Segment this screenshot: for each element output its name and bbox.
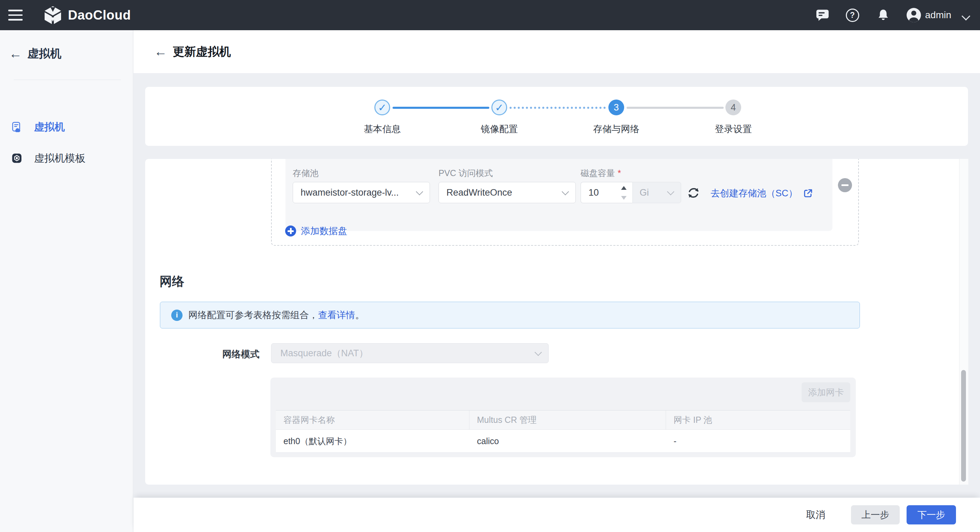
nic-card: 添加网卡 容器网卡名称 Multus CR 管理 网卡 IP 池 eth0（默认… bbox=[270, 377, 856, 457]
user-menu[interactable]: admin bbox=[925, 0, 951, 30]
network-mode-select: Masquerade（NAT） bbox=[271, 343, 549, 363]
sidebar-item-label: 虚拟机模板 bbox=[34, 148, 86, 168]
network-mode-value: Masquerade（NAT） bbox=[280, 347, 368, 359]
notice-suffix: 。 bbox=[355, 309, 364, 321]
pvc-access-mode-label: PVC 访问模式 bbox=[439, 167, 493, 179]
content-area: 存储池 PVC 访问模式 磁盘容量* hwameistor-storage-lv… bbox=[145, 159, 968, 485]
add-data-disk-label: 添加数据盘 bbox=[301, 225, 347, 237]
app-root: DaoCloud ? bbox=[0, 0, 980, 532]
step-label: 基本信息 bbox=[338, 123, 427, 135]
step-image-config[interactable]: ✓ 镜像配置 bbox=[455, 87, 544, 135]
nic-table: 容器网卡名称 Multus CR 管理 网卡 IP 池 eth0（默认网卡） c… bbox=[276, 410, 850, 453]
chevron-down-icon bbox=[562, 188, 569, 195]
refresh-icon[interactable] bbox=[687, 186, 700, 200]
scrollbar-thumb[interactable] bbox=[961, 370, 966, 481]
sidebar-item-vm-template[interactable]: 虚拟机模板 bbox=[0, 148, 133, 168]
add-data-disk-button[interactable]: 添加数据盘 bbox=[285, 225, 347, 237]
pvc-access-mode-select[interactable]: ReadWriteOnce bbox=[439, 182, 576, 203]
column-header: Multus CR 管理 bbox=[469, 411, 666, 429]
avatar-icon[interactable] bbox=[905, 0, 922, 30]
next-step-button[interactable]: 下一步 bbox=[907, 505, 956, 524]
notice-text: 网络配置可参考表格按需组合， bbox=[188, 309, 318, 321]
prev-step-button[interactable]: 上一步 bbox=[851, 505, 900, 524]
sidebar-back-arrow-icon[interactable]: ← bbox=[9, 46, 22, 61]
chevron-down-icon bbox=[667, 188, 674, 195]
table-row: eth0（默认网卡） calico - bbox=[276, 430, 850, 453]
create-storage-pool-label: 去创建存储池（SC） bbox=[711, 187, 798, 199]
menu-icon[interactable] bbox=[8, 10, 23, 21]
network-mode-label: 网络模式 bbox=[145, 348, 259, 360]
cancel-button[interactable]: 取消 bbox=[806, 498, 825, 532]
cube-logo-icon[interactable] bbox=[43, 5, 62, 25]
step-storage-network[interactable]: 3 存储与网络 bbox=[572, 87, 661, 135]
vm-template-icon bbox=[11, 153, 22, 165]
sidebar-divider bbox=[14, 80, 121, 80]
view-details-link[interactable]: 查看详情 bbox=[318, 309, 355, 321]
plus-icon bbox=[285, 226, 296, 236]
nic-name-cell: eth0（默认网卡） bbox=[276, 430, 469, 452]
sidebar: ← 虚拟机 虚拟机 虚拟机模 bbox=[0, 30, 133, 532]
disk-capacity-label: 磁盘容量* bbox=[581, 167, 621, 179]
network-notice-banner: i 网络配置可参考表格按需组合， 查看详情 。 bbox=[160, 302, 860, 328]
brand-name: DaoCloud bbox=[68, 0, 131, 30]
chevron-down-icon bbox=[535, 349, 542, 356]
page-title: 更新虚拟机 bbox=[173, 44, 231, 59]
network-section-heading: 网络 bbox=[159, 273, 184, 290]
help-icon[interactable]: ? bbox=[844, 0, 861, 30]
pvc-access-mode-value: ReadWriteOnce bbox=[446, 187, 512, 198]
info-icon: i bbox=[171, 310, 183, 321]
wizard-stepper: ✓ 基本信息 ✓ 镜像配置 3 存储与网络 4 登录设置 bbox=[145, 87, 968, 146]
footer-bar: 取消 上一步 下一步 bbox=[134, 498, 980, 532]
spinner-up-icon[interactable] bbox=[621, 186, 627, 190]
step-label: 镜像配置 bbox=[455, 123, 544, 135]
required-asterisk: * bbox=[618, 168, 621, 178]
chat-icon[interactable] bbox=[814, 0, 831, 30]
back-arrow-icon[interactable]: ← bbox=[154, 44, 167, 59]
column-header: 容器网卡名称 bbox=[276, 411, 469, 429]
sidebar-item-label: 虚拟机 bbox=[34, 117, 65, 137]
vm-icon bbox=[11, 121, 23, 134]
external-link-icon bbox=[803, 188, 814, 199]
step-basic-info[interactable]: ✓ 基本信息 bbox=[338, 87, 427, 135]
storage-pool-label: 存储池 bbox=[293, 167, 318, 179]
add-nic-button: 添加网卡 bbox=[802, 382, 850, 402]
capacity-unit-value: Gi bbox=[640, 187, 649, 198]
sidebar-item-vm[interactable]: 虚拟机 bbox=[0, 117, 133, 137]
sidebar-title: 虚拟机 bbox=[27, 46, 61, 61]
remove-disk-button[interactable] bbox=[838, 178, 852, 192]
step-label: 登录设置 bbox=[689, 123, 778, 135]
quantity-stepper bbox=[619, 184, 628, 201]
nic-table-header: 容器网卡名称 Multus CR 管理 网卡 IP 池 bbox=[276, 411, 850, 430]
bell-icon[interactable] bbox=[875, 0, 891, 30]
chevron-down-icon[interactable] bbox=[961, 12, 970, 20]
top-navbar: DaoCloud ? bbox=[0, 0, 980, 30]
spinner-down-icon[interactable] bbox=[621, 196, 627, 200]
capacity-unit-select[interactable]: Gi bbox=[632, 182, 681, 203]
column-header: 网卡 IP 池 bbox=[666, 411, 850, 429]
check-icon: ✓ bbox=[374, 100, 390, 115]
step-label: 存储与网络 bbox=[572, 123, 661, 135]
step-number: 4 bbox=[725, 100, 741, 115]
chevron-down-icon bbox=[416, 188, 423, 195]
step-login-settings[interactable]: 4 登录设置 bbox=[689, 87, 778, 135]
storage-pool-select[interactable]: hwameistor-storage-lv... bbox=[293, 182, 430, 203]
step-number: 3 bbox=[608, 100, 624, 115]
check-icon: ✓ bbox=[492, 100, 507, 115]
page-header: ← 更新虚拟机 bbox=[134, 30, 980, 73]
minus-icon bbox=[842, 184, 849, 186]
multus-cr-cell: calico bbox=[469, 430, 666, 452]
ip-pool-cell: - bbox=[666, 430, 850, 452]
storage-pool-value: hwameistor-storage-lv... bbox=[301, 187, 399, 198]
create-storage-pool-link[interactable]: 去创建存储池（SC） bbox=[711, 187, 814, 199]
